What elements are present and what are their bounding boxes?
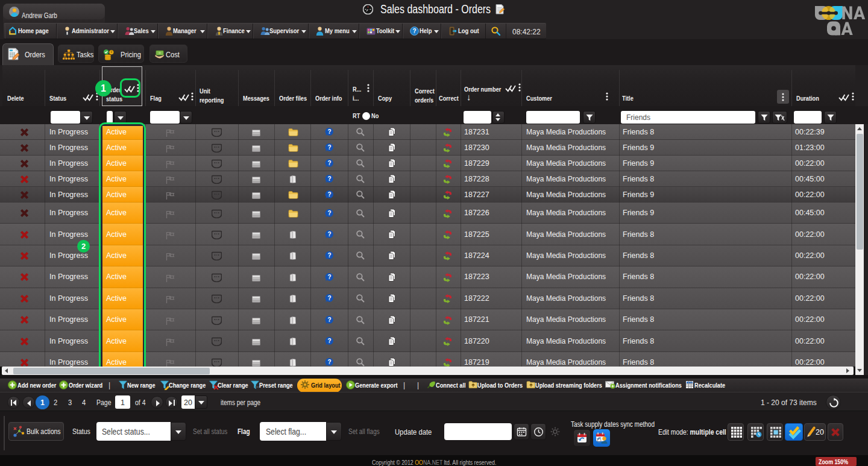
- svg-text:?: ?: [412, 28, 416, 34]
- svg-text:?: ?: [327, 359, 331, 365]
- svg-text:?: ?: [327, 210, 331, 216]
- svg-text:?: ?: [327, 144, 331, 151]
- svg-text:0: 0: [110, 50, 112, 54]
- svg-text:?: ?: [327, 274, 331, 280]
- svg-text:?: ?: [327, 252, 331, 259]
- svg-text:?: ?: [327, 191, 331, 198]
- svg-text:?: ?: [327, 295, 331, 301]
- svg-text:?: ?: [327, 160, 331, 166]
- svg-text:?: ?: [327, 316, 331, 323]
- svg-text:?: ?: [327, 338, 331, 344]
- svg-text:?: ?: [327, 231, 331, 238]
- svg-text:?: ?: [327, 128, 331, 135]
- svg-text:?: ?: [327, 175, 331, 182]
